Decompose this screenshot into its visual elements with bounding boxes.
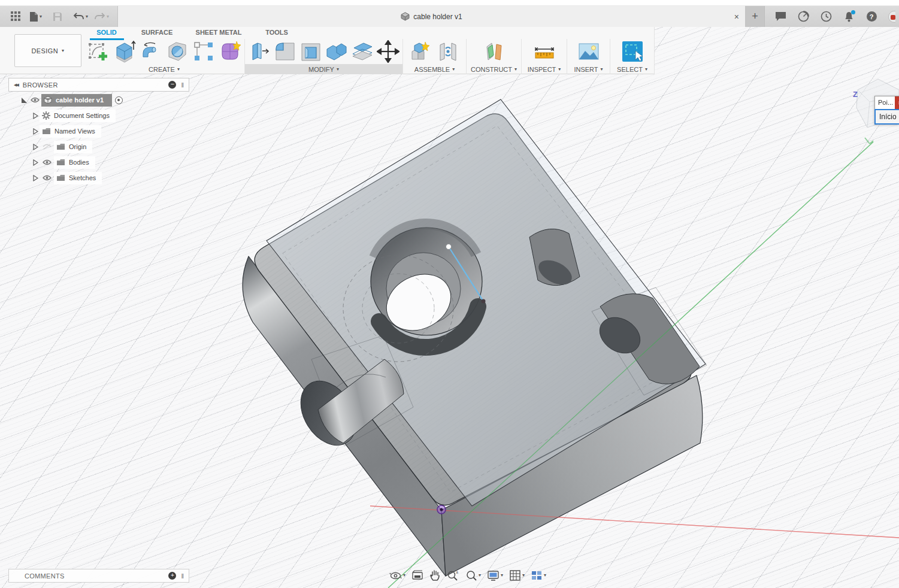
- workspace-selector[interactable]: DESIGN ▾: [14, 34, 81, 67]
- visibility-eye-icon[interactable]: [28, 97, 41, 103]
- notifications-bell-icon[interactable]: [843, 11, 855, 23]
- counterbore-hole[interactable]: [371, 224, 482, 347]
- document-tab[interactable]: cable holder v1 ×: [117, 6, 746, 27]
- joint-button[interactable]: [435, 40, 461, 63]
- new-tab-button[interactable]: +: [746, 6, 765, 27]
- visibility-eye-icon[interactable]: [40, 159, 54, 165]
- redo-button[interactable]: ▾: [94, 12, 109, 21]
- group-create: CREATE ▾: [84, 39, 244, 74]
- origin-marker[interactable]: [437, 505, 446, 514]
- add-comment-icon[interactable]: +: [168, 572, 176, 580]
- insert-button[interactable]: [576, 40, 601, 63]
- caret-down-icon: ▾: [501, 573, 503, 578]
- bodies-folder-item[interactable]: Bodies: [54, 156, 95, 169]
- tab-surface[interactable]: SURFACE: [129, 29, 184, 38]
- close-tab-icon[interactable]: ×: [734, 13, 739, 21]
- browser-root-row: cable holder v1: [8, 93, 189, 107]
- combine-button[interactable]: [325, 40, 349, 63]
- dialog-close-button[interactable]: ×: [895, 96, 899, 109]
- create-sketch-button[interactable]: [86, 40, 111, 63]
- expand-arrow-icon[interactable]: [20, 97, 28, 104]
- origin-folder-item[interactable]: Origin: [54, 141, 92, 153]
- construct-plane-button[interactable]: [482, 40, 507, 63]
- minimize-browser-icon[interactable]: −: [168, 81, 176, 89]
- select-group-dropdown[interactable]: SELECT ▾: [610, 64, 654, 74]
- caret-down-icon: ▾: [40, 14, 42, 19]
- origin-label: Origin: [69, 143, 86, 150]
- select-button[interactable]: [620, 40, 645, 63]
- caret-down-icon: ▾: [522, 573, 525, 578]
- browser-grip[interactable]: ‖: [181, 81, 184, 89]
- move-copy-button[interactable]: [376, 40, 400, 63]
- titlebar-right-icons: ?: [765, 6, 899, 27]
- tab-sheet-metal[interactable]: SHEET METAL: [184, 29, 253, 38]
- help-icon[interactable]: ?: [865, 11, 877, 23]
- inspect-group-dropdown[interactable]: INSPECT ▾: [522, 64, 567, 74]
- document-title: cable holder v1: [413, 13, 462, 21]
- create-group-dropdown[interactable]: CREATE ▾: [84, 64, 244, 74]
- collapsed-arrow-icon[interactable]: [31, 128, 40, 135]
- grid-and-snaps[interactable]: ▾: [509, 569, 525, 581]
- hole-button[interactable]: [165, 40, 190, 63]
- extensions-icon[interactable]: [797, 11, 809, 23]
- create-form-button[interactable]: [217, 40, 242, 63]
- save-button[interactable]: [53, 12, 62, 22]
- file-menu-button[interactable]: ▾: [29, 11, 42, 22]
- fillet-button[interactable]: [273, 40, 297, 63]
- named-views-label: Named Views: [55, 128, 95, 135]
- display-settings[interactable]: ▾: [487, 570, 503, 581]
- insert-group-dropdown[interactable]: INSERT ▾: [567, 64, 610, 74]
- assemble-group-dropdown[interactable]: ASSEMBLE ▾: [403, 64, 466, 74]
- construct-group-dropdown[interactable]: CONSTRUCT ▾: [467, 64, 521, 74]
- gear-icon: [42, 111, 50, 120]
- collapse-panel-icon[interactable]: ◀◀: [14, 83, 18, 87]
- pan-tool[interactable]: [429, 569, 441, 581]
- viewports[interactable]: ▾: [531, 570, 546, 581]
- job-status-clock-icon[interactable]: [820, 11, 832, 23]
- group-construct: CONSTRUCT ▾: [466, 39, 521, 74]
- named-views-item[interactable]: Named Views: [40, 125, 101, 138]
- construct-group-label: CONSTRUCT: [471, 66, 512, 73]
- visibility-eye-icon[interactable]: [40, 175, 54, 181]
- look-at-tool[interactable]: [411, 570, 423, 581]
- collapsed-arrow-icon[interactable]: [31, 144, 40, 150]
- comments-grip[interactable]: ‖: [181, 572, 184, 580]
- orbit-tool[interactable]: ▾: [389, 569, 405, 582]
- app-launcher-grid-icon[interactable]: [11, 11, 21, 22]
- component-root-label: cable holder v1: [56, 96, 104, 104]
- revolve-button[interactable]: [139, 40, 164, 63]
- caret-down-icon: ▾: [558, 67, 561, 72]
- fit-tool[interactable]: ▾: [465, 569, 481, 581]
- comments-bar[interactable]: COMMENTS + ‖: [8, 569, 189, 583]
- document-settings-item[interactable]: Document Settings: [40, 110, 116, 122]
- press-pull-button[interactable]: [247, 40, 271, 63]
- home-view-button[interactable]: Início: [874, 109, 899, 125]
- sketches-folder-item[interactable]: Sketches: [54, 172, 102, 184]
- collapsed-arrow-icon[interactable]: [31, 113, 40, 119]
- component-root-item[interactable]: cable holder v1: [41, 94, 112, 107]
- collapsed-arrow-icon[interactable]: [31, 159, 40, 166]
- undo-button[interactable]: ▾: [73, 12, 88, 21]
- window-top-strip: [0, 0, 899, 6]
- tab-solid[interactable]: SOLID: [84, 29, 129, 38]
- collapsed-arrow-icon[interactable]: [31, 175, 40, 181]
- rectangular-pattern-button[interactable]: [191, 40, 216, 63]
- zoom-tool[interactable]: ±: [447, 569, 459, 581]
- offset-face-button[interactable]: [350, 40, 374, 63]
- shell-button[interactable]: [299, 40, 323, 63]
- quick-access-toolbar: ▾ ▾ ▾: [0, 6, 117, 27]
- activate-component-radio[interactable]: [115, 96, 123, 104]
- viewport-canvas[interactable]: Z Poi... × Início ◀◀ BROWSER − ‖: [0, 27, 899, 588]
- modify-group-dropdown[interactable]: MODIFY ▾: [245, 64, 402, 74]
- visibility-hidden-icon[interactable]: [40, 144, 54, 150]
- new-component-button[interactable]: [408, 40, 434, 63]
- folder-icon: [56, 159, 65, 166]
- comment-bubble-icon[interactable]: [774, 11, 786, 23]
- folder-icon: [56, 174, 65, 181]
- measure-button[interactable]: [532, 40, 557, 63]
- user-avatar[interactable]: [888, 11, 895, 23]
- tab-tools[interactable]: TOOLS: [253, 29, 301, 38]
- extrude-button[interactable]: [113, 40, 137, 63]
- zoom-window-icon: [465, 569, 477, 581]
- z-axis-label: Z: [853, 90, 858, 99]
